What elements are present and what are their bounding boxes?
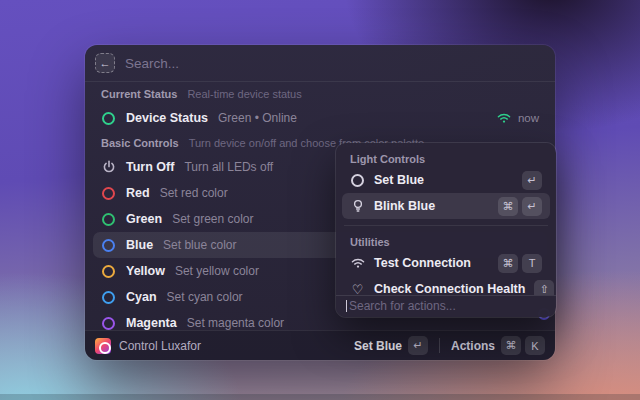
circle-icon bbox=[101, 186, 116, 201]
wifi-icon bbox=[497, 112, 511, 124]
item-label: Turn Off bbox=[126, 160, 174, 174]
luxafor-app-icon bbox=[95, 338, 111, 354]
item-subtitle: Turn all LEDs off bbox=[184, 160, 273, 174]
action-shortcut: ↵ bbox=[522, 171, 542, 190]
action-label: Check Connection Health bbox=[374, 282, 525, 295]
bottom-edge bbox=[0, 394, 640, 400]
action-item-blink-blue[interactable]: Blink Blue⌘↵ bbox=[342, 193, 550, 219]
cmd-key: ⌘ bbox=[498, 197, 518, 216]
item-subtitle: Set magenta color bbox=[187, 316, 284, 330]
section-header: Current StatusReal-time device status bbox=[93, 88, 547, 105]
action-item-set-blue[interactable]: Set Blue↵ bbox=[342, 167, 550, 193]
section-subtitle: Real-time device status bbox=[187, 88, 301, 100]
app-name: Control Luxafor bbox=[119, 339, 201, 353]
panel-section-title: Light Controls bbox=[342, 149, 550, 167]
action-label: Set Blue bbox=[374, 173, 424, 187]
circle-icon bbox=[101, 238, 116, 253]
lightbulb-icon bbox=[350, 199, 365, 214]
return-key: ↵ bbox=[522, 171, 542, 190]
actions-shortcut: ⌘K bbox=[501, 336, 545, 355]
heart-icon: ♡ bbox=[350, 282, 365, 296]
return-key: ↵ bbox=[408, 336, 428, 355]
action-item-test-connection[interactable]: Test Connection⌘T bbox=[342, 250, 550, 276]
key-t: T bbox=[522, 254, 542, 273]
return-key: ↵ bbox=[522, 197, 542, 216]
action-label: Blink Blue bbox=[374, 199, 435, 213]
back-button[interactable]: ← bbox=[95, 53, 115, 73]
wifi-icon bbox=[350, 256, 365, 271]
footer-actions: Set Blue ↵ Actions ⌘K bbox=[354, 336, 545, 355]
circle-icon bbox=[101, 290, 116, 305]
footer-bar: Control Luxafor Set Blue ↵ Actions ⌘K bbox=[85, 330, 555, 360]
item-accessory: now bbox=[497, 112, 539, 124]
item-label: Device Status bbox=[126, 111, 208, 125]
circle-icon bbox=[101, 111, 116, 126]
footer-divider bbox=[439, 338, 440, 353]
shift-key: ⇧ bbox=[534, 280, 554, 296]
actions-button[interactable]: Actions bbox=[451, 339, 495, 353]
item-label: Magenta bbox=[126, 316, 177, 330]
item-subtitle: Set blue color bbox=[163, 238, 236, 252]
item-subtitle: Set yellow color bbox=[175, 264, 259, 278]
panel-divider bbox=[344, 225, 548, 226]
item-subtitle: Green • Online bbox=[218, 111, 297, 125]
panel-section-title: Utilities bbox=[342, 232, 550, 250]
search-header: ← Search... bbox=[85, 45, 555, 82]
action-shortcut: ⇧⌘H bbox=[534, 280, 556, 296]
circle-icon bbox=[101, 212, 116, 227]
primary-action-shortcut: ↵ bbox=[408, 336, 428, 355]
action-label: Test Connection bbox=[374, 256, 471, 270]
action-shortcut: ⌘↵ bbox=[498, 197, 542, 216]
actions-panel: Light ControlsSet Blue↵Blink Blue⌘↵Utili… bbox=[336, 143, 556, 317]
search-input[interactable]: Search... bbox=[125, 56, 179, 71]
cmd-key: ⌘ bbox=[501, 336, 521, 355]
circle-icon bbox=[101, 316, 116, 331]
section-title: Basic Controls bbox=[101, 137, 179, 149]
primary-action-button[interactable]: Set Blue bbox=[354, 339, 402, 353]
action-item-check-connection-health[interactable]: ♡Check Connection Health⇧⌘H bbox=[342, 276, 550, 295]
item-label: Blue bbox=[126, 238, 153, 252]
item-label: Red bbox=[126, 186, 150, 200]
section-title: Current Status bbox=[101, 88, 177, 100]
relative-time: now bbox=[518, 112, 539, 124]
actions-search-input[interactable]: Search for actions... bbox=[336, 295, 556, 316]
item-label: Green bbox=[126, 212, 162, 226]
item-subtitle: Set green color bbox=[172, 212, 253, 226]
list-item-device-status[interactable]: Device StatusGreen • Onlinenow bbox=[93, 105, 547, 131]
item-label: Cyan bbox=[126, 290, 157, 304]
key-k: K bbox=[525, 336, 545, 355]
item-label: Yellow bbox=[126, 264, 165, 278]
action-shortcut: ⌘T bbox=[498, 254, 542, 273]
item-subtitle: Set red color bbox=[160, 186, 228, 200]
cmd-key: ⌘ bbox=[498, 254, 518, 273]
power-icon bbox=[101, 160, 116, 175]
circle-icon bbox=[101, 264, 116, 279]
item-subtitle: Set cyan color bbox=[167, 290, 243, 304]
circle-icon bbox=[350, 173, 365, 188]
text-cursor-icon bbox=[346, 300, 347, 312]
actions-list: Light ControlsSet Blue↵Blink Blue⌘↵Utili… bbox=[336, 143, 556, 295]
desktop-background: ← Search... Current StatusReal-time devi… bbox=[0, 0, 640, 400]
back-arrow-icon: ← bbox=[100, 57, 111, 69]
actions-search-placeholder: Search for actions... bbox=[349, 299, 456, 313]
